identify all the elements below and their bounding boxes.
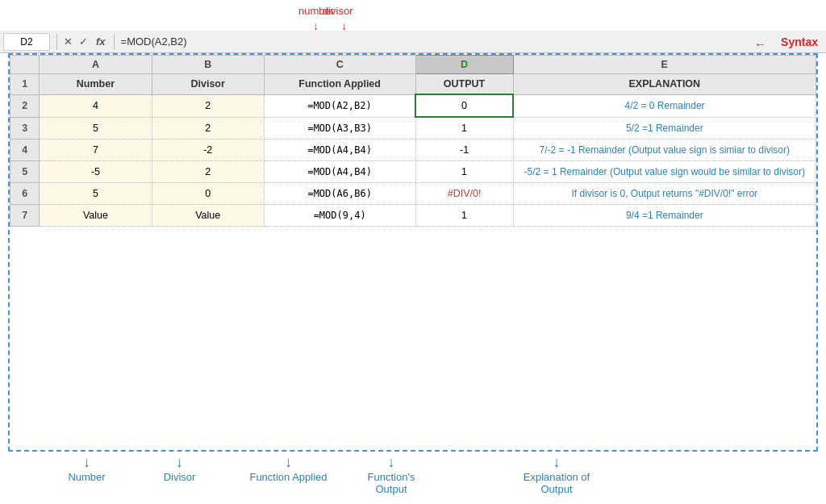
cell-d-output[interactable]: 1 — [415, 205, 513, 227]
spreadsheet-area: A B C D E 1 Number Divisor Function Appl… — [8, 53, 818, 452]
cell-b[interactable]: -2 — [152, 140, 264, 161]
cell-c-formula[interactable]: =MOD(A4,B4) — [264, 140, 415, 161]
cell-e-explanation: 4/2 = 0 Remainder — [513, 94, 816, 117]
bottom-label-item: ↓Function's Output — [351, 455, 432, 495]
cell-d-output[interactable]: #DIV/0! — [415, 183, 513, 205]
cell-b[interactable]: Value — [152, 205, 264, 227]
annotation-divisor: divisor — [323, 5, 353, 17]
formula-input[interactable]: =MOD(A2,B2) — [118, 35, 823, 48]
cell-b[interactable]: 2 — [152, 117, 264, 140]
bottom-label-item: ↓Explanation of Output — [516, 455, 597, 495]
cell-c-formula[interactable]: =MOD(9,4) — [264, 205, 415, 227]
cell-e-explanation: -5/2 = 1 Remainder (Output value sign wo… — [513, 161, 816, 183]
cell-b[interactable]: 2 — [152, 161, 264, 183]
cell-c-formula[interactable]: =MOD(A3,B3) — [264, 117, 415, 140]
cell-e-explanation: If divisor is 0, Output returns "#DIV/0!… — [513, 183, 816, 205]
down-arrow-icon: ↓ — [553, 455, 561, 469]
cell-c-formula[interactable]: =MOD(A4,B4) — [264, 161, 415, 183]
bottom-label-item: ↓Divisor — [140, 455, 220, 483]
subheader-col-e: EXPLANATION — [513, 74, 816, 95]
down-arrow-icon: ↓ — [83, 455, 90, 469]
col-header-e[interactable]: E — [513, 56, 816, 74]
row-number: 3 — [10, 117, 40, 140]
cell-c-formula[interactable]: =MOD(A2,B2) — [264, 94, 415, 117]
table-row[interactable]: 352=MOD(A3,B3)15/2 =1 Remainder — [10, 117, 816, 140]
row-number: 6 — [10, 183, 40, 205]
spreadsheet-table: A B C D E 1 Number Divisor Function Appl… — [10, 55, 816, 227]
cell-a[interactable]: Value — [40, 205, 152, 227]
cell-c-formula[interactable]: =MOD(A6,B6) — [264, 183, 415, 205]
row-number: 2 — [10, 94, 40, 117]
row-number: 4 — [10, 140, 40, 161]
subheader-col-b: Divisor — [152, 74, 264, 95]
subheader-col-d: OUTPUT — [415, 74, 513, 95]
bottom-label-text: Number — [68, 471, 105, 483]
formula-bar-separator — [56, 34, 57, 50]
top-annotations: number divisor ↓ ↓ — [0, 3, 826, 34]
col-header-a[interactable]: A — [40, 56, 152, 74]
bottom-label-text: Function Applied — [249, 471, 327, 483]
cell-e-explanation: 7/-2 = -1 Remainder (Output value sign i… — [513, 140, 816, 161]
bottom-label-item: ↓Function Applied — [248, 455, 329, 483]
bottom-label-text: Explanation of Output — [516, 471, 597, 495]
formula-bar: D2 ✕ ✓ fx =MOD(A2,B2) ← Syntax — [0, 31, 826, 53]
cell-e-explanation: 9/4 =1 Remainder — [513, 205, 816, 227]
cell-d-output[interactable]: 0 — [415, 94, 513, 117]
cell-e-explanation: 5/2 =1 Remainder — [513, 117, 816, 140]
table-row[interactable]: 5-52=MOD(A4,B4)1-5/2 = 1 Remainder (Outp… — [10, 161, 816, 183]
cell-d-output[interactable]: -1 — [415, 140, 513, 161]
cell-a[interactable]: 4 — [40, 94, 152, 117]
table-row[interactable]: 242=MOD(A2,B2)04/2 = 0 Remainder — [10, 94, 816, 117]
cell-a[interactable]: 5 — [40, 117, 152, 140]
cell-a[interactable]: 5 — [40, 183, 152, 205]
cell-b[interactable]: 2 — [152, 94, 264, 117]
bottom-label-item: ↓Number — [47, 455, 127, 483]
col-header-d[interactable]: D — [415, 56, 513, 74]
cell-b[interactable]: 0 — [152, 183, 264, 205]
table-row[interactable]: 47-2=MOD(A4,B4)-17/-2 = -1 Remainder (Ou… — [10, 140, 816, 161]
subheader-rownum: 1 — [10, 74, 40, 95]
down-arrow-icon: ↓ — [285, 455, 292, 469]
table-row[interactable]: 650=MOD(A6,B6)#DIV/0!If divisor is 0, Ou… — [10, 183, 816, 205]
cell-d-output[interactable]: 1 — [415, 117, 513, 140]
row-number: 7 — [10, 205, 40, 227]
cell-a[interactable]: 7 — [40, 140, 152, 161]
row-num-header — [10, 56, 40, 74]
cell-a[interactable]: -5 — [40, 161, 152, 183]
down-arrow-icon: ↓ — [388, 455, 395, 469]
col-header-b[interactable]: B — [152, 56, 264, 74]
cell-reference-box[interactable]: D2 — [3, 33, 50, 51]
formula-bar-separator2 — [114, 34, 115, 50]
subheader-row: 1 Number Divisor Function Applied OUTPUT… — [10, 74, 816, 95]
bottom-labels-area: ↓Number↓Divisor↓Function Applied↓Functio… — [8, 452, 818, 504]
subheader-col-c: Function Applied — [264, 74, 415, 95]
fx-icon[interactable]: fx — [96, 35, 106, 48]
row-number: 5 — [10, 161, 40, 183]
cancel-icon[interactable]: ✕ — [64, 35, 73, 48]
col-header-c[interactable]: C — [264, 56, 415, 74]
syntax-label: Syntax — [781, 35, 818, 48]
subheader-col-a: Number — [40, 74, 152, 95]
down-arrow-icon: ↓ — [176, 455, 183, 469]
table-row[interactable]: 7ValueValue=MOD(9,4)19/4 =1 Remainder — [10, 205, 816, 227]
bottom-label-text: Divisor — [164, 471, 196, 483]
syntax-arrow-icon: ← — [754, 37, 766, 51]
column-header-row: A B C D E — [10, 56, 816, 74]
bottom-label-text: Function's Output — [351, 471, 432, 495]
confirm-icon[interactable]: ✓ — [79, 35, 88, 48]
cell-d-output[interactable]: 1 — [415, 161, 513, 183]
